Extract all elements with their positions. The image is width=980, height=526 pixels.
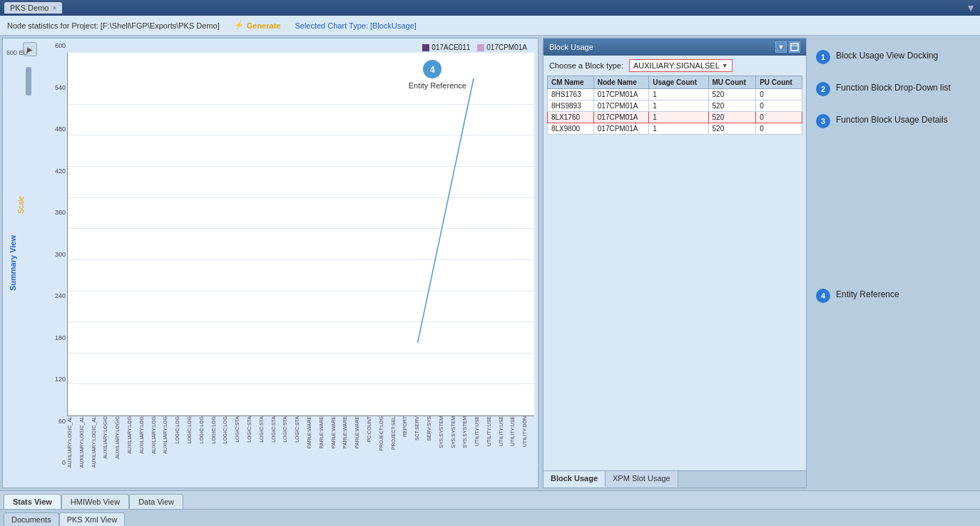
panel-header-buttons: ▼ [775,41,800,53]
table-body: 8HS1763017CPM01A152008HS9893017CPM01A152… [548,89,802,135]
x-axis-label: PROJECT:SEL [391,416,403,451]
dropdown-arrow-icon: ▼ [722,62,728,69]
x-axis-label: UTILITY:USE [474,416,486,448]
table-cell-cmName: 8HS1763 [548,89,594,100]
x-axis-label: LOGIC:STA [235,416,247,444]
x-axis-label: AUXILIARY:LOGIC_AL [67,416,79,469]
panel-dock-btn[interactable] [789,41,800,53]
right-panel-tabs: Block Usage XPM Slot Usage [543,470,806,488]
x-axis-label: LOGIC:LOG [223,416,235,445]
col-header-node-name: Node Name [593,76,649,89]
annotation-badge-4: 4 [816,289,830,303]
table-header-row: CM Name Node Name Usage Count MU Count P… [548,76,802,89]
x-axis-label: LOGIC:STA [247,416,259,444]
annotation-text-4: Entity Reference [836,289,899,299]
chart-area: 017ACE011 017CPM01A 4 [67,38,538,488]
entity-ref-label: Entity Reference [409,81,466,90]
tab-pks-xml-view[interactable]: PKS Xml View [59,512,126,526]
table-cell-cmName: 8LX1760 [548,112,594,123]
table-cell-nodeName: 017CPM01A [593,100,649,112]
chart-type-label[interactable]: Selected Chart Type: [BlockUsage] [295,21,416,30]
x-axis-label: AUXILIARY:LOGIC [103,416,115,460]
annotation-1: 1 Block Usage View Docking [816,50,973,64]
y-label-180: 180 [42,334,66,341]
x-axis-label: LOGIC:LOG [175,416,187,445]
close-icon[interactable]: × [52,4,56,12]
x-axis-label: UTILITY:USE [499,416,511,448]
annotation-badge-1: 1 [816,50,830,64]
generate-button[interactable]: ⚡ Generate [234,21,281,30]
col-header-cm-name: CM Name [548,76,594,89]
content-area: Summary View ▶ 600 EU Scale 600 540 480 … [0,36,980,490]
minimize-icon[interactable]: ▼ [966,2,976,14]
tab-data-view[interactable]: Data View [129,494,183,509]
block-type-selector: Choose a Block type: AUXILIARY:SIGNALSEL… [543,56,806,76]
x-axis-labels: AUXILIARY:LOGIC_ALAUXILIARY:LOGIC_ALAUXI… [67,416,534,488]
table-row[interactable]: 8HS1763017CPM01A15200 [548,89,802,100]
selected-block-type: AUXILIARY:SIGNALSEL [633,61,720,70]
table-cell-nodeName: 017CPM01A [593,112,649,123]
tab-documents[interactable]: Documents [4,512,59,526]
table-cell-nodeName: 017CPM01A [593,89,649,100]
table-cell-usageCount: 1 [649,123,708,135]
y-label-240: 240 [42,292,66,299]
x-axis-label: UTILITY:DON [522,416,534,448]
tab-hmiweb-view[interactable]: HMIWeb View [61,494,129,509]
table-cell-usageCount: 1 [649,89,708,100]
x-axis-label: LOGIC:STA [271,416,283,444]
tab-label: PKS Demo [10,4,49,12]
table-cell-puCount: 0 [756,89,802,100]
x-axis-label: REPORT [402,416,414,438]
legend-item-2: 017CPM01A [477,43,527,51]
block-type-dropdown[interactable]: AUXILIARY:SIGNALSEL ▼ [629,59,733,72]
summary-view-label: Summary View [9,235,17,291]
annotation-text-1: Block Usage View Docking [836,50,938,61]
x-axis-label: LOGIC:STA [259,416,271,444]
tab-xpm-slot-usage[interactable]: XPM Slot Usage [606,471,678,488]
x-axis-label: PARLE:WARE [342,416,354,450]
legend-label-1: 017ACE011 [432,43,470,51]
y-label-540: 540 [42,84,66,91]
title-tab[interactable]: PKS Demo × [4,2,62,14]
y-label-480: 480 [42,125,66,133]
legend-item-1: 017ACE011 [422,43,470,51]
workspace: Node statistics for Project: [F:\Shell\F… [0,16,980,526]
x-axis-label: PROJECT:LOG [379,416,391,453]
chart-panel: Summary View ▶ 600 EU Scale 600 540 480 … [2,38,539,488]
table-cell-muCount: 520 [708,112,756,123]
usage-table: CM Name Node Name Usage Count MU Count P… [547,76,802,470]
y-label-60: 60 [42,418,66,425]
bottom-tabs: Stats View HMIWeb View Data View [0,490,980,509]
table-row[interactable]: 8LX9800017CPM01A15200 [548,123,802,135]
bar-chart: 4 Entity Reference [67,53,534,416]
right-panel: Block Usage ▼ Choose a Block type: AUXIL… [543,38,807,488]
chart-panel-inner: Summary View ▶ 600 EU Scale 600 540 480 … [3,38,538,488]
tab-stats-view[interactable]: Stats View [4,494,61,509]
x-axis-label: AUXILIARY:LOGIC [115,416,127,460]
annotation-4: 4 Entity Reference [816,289,973,303]
table-cell-usageCount: 1 [649,100,708,112]
x-axis-label: SYS:SYSTEM [451,416,463,450]
tab-block-usage[interactable]: Block Usage [543,471,606,488]
svg-rect-1 [791,43,798,51]
table-cell-muCount: 520 [708,100,756,112]
panel-dropdown-btn[interactable]: ▼ [775,41,787,53]
scale-slider[interactable] [26,67,31,96]
y-label-120: 120 [42,376,66,383]
legend-color-1 [422,44,429,51]
table-cell-puCount: 0 [756,112,802,123]
project-label: Node statistics for Project: [F:\Shell\F… [7,21,220,30]
x-axis-label: LOGIC:LOG [199,416,211,445]
x-axis-label: AUXILIARY:LOG [151,416,163,455]
table-row[interactable]: 8LX1760017CPM01A15200 [548,112,802,123]
very-bottom-tabs: Documents PKS Xml View [0,509,980,526]
annotations-panel: 1 Block Usage View Docking 2 Function Bl… [809,36,980,490]
x-axis-label: AUXILIARY:LOGIC_AL [91,416,103,469]
generate-label: Generate [247,21,281,30]
table-row[interactable]: 8HS9893017CPM01A15200 [548,100,802,112]
x-axis-label: PC:COUNT [367,416,379,444]
annotation-badge-2: 2 [816,82,830,96]
x-axis-label: UTILITY:USE [510,416,522,448]
chart-left: Summary View ▶ 600 EU Scale [3,38,39,488]
x-axis-label: SCT:SERV [414,416,427,442]
